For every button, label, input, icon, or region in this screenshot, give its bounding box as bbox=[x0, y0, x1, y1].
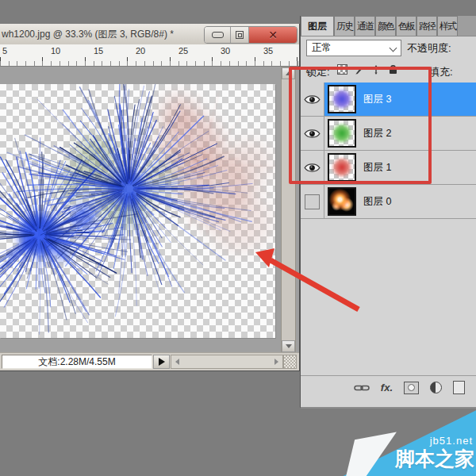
eye-icon bbox=[304, 162, 321, 174]
adjustment-layer-icon[interactable] bbox=[430, 382, 442, 393]
visibility-toggle[interactable] bbox=[301, 117, 324, 150]
layer-list: 图层 3 图层 2 图层 1 bbox=[301, 83, 476, 219]
layer-name[interactable]: 图层 1 bbox=[363, 161, 391, 175]
layer-row-2[interactable]: 图层 2 bbox=[301, 117, 476, 151]
layer-style-fx-icon[interactable]: fx. bbox=[381, 382, 393, 393]
status-menu-button[interactable] bbox=[153, 355, 170, 369]
ruler-tick-label: 30 bbox=[221, 46, 230, 56]
scroll-up-icon[interactable] bbox=[282, 67, 295, 79]
document-window: wh1200.jpg @ 33.3% (图层 3, RGB/8#) * ✕ 5 … bbox=[0, 24, 300, 371]
document-title: wh1200.jpg @ 33.3% (图层 3, RGB/8#) * bbox=[0, 28, 174, 41]
minimize-icon bbox=[212, 32, 224, 38]
document-titlebar[interactable]: wh1200.jpg @ 33.3% (图层 3, RGB/8#) * ✕ bbox=[0, 24, 299, 45]
window-controls: ✕ bbox=[204, 26, 298, 44]
tab-history[interactable]: 历史 bbox=[334, 16, 355, 36]
document-statusbar: 文档:2.28M/4.55M bbox=[0, 352, 299, 370]
visibility-toggle[interactable] bbox=[301, 83, 324, 116]
layer-thumbnail[interactable] bbox=[328, 85, 356, 113]
eye-icon bbox=[304, 94, 321, 106]
layer-thumbnail[interactable] bbox=[328, 119, 356, 148]
lock-label: 锁定: bbox=[306, 65, 330, 79]
blend-mode-row: 正常 不透明度: bbox=[301, 38, 476, 60]
close-icon: ✕ bbox=[268, 29, 278, 40]
ruler-tick-label: 25 bbox=[178, 46, 188, 56]
tab-styles[interactable]: 样式 bbox=[437, 16, 458, 36]
lock-all-icon[interactable] bbox=[388, 64, 398, 75]
ruler-tick-label: 20 bbox=[136, 46, 145, 56]
blend-mode-select[interactable]: 正常 bbox=[306, 40, 401, 56]
lock-paint-icon[interactable] bbox=[355, 65, 364, 75]
watermark-url: jb51.net bbox=[430, 435, 473, 447]
scroll-right-icon[interactable] bbox=[271, 355, 282, 368]
restore-icon bbox=[236, 31, 244, 39]
vertical-scrollbar[interactable] bbox=[281, 67, 296, 353]
layers-panel: 图层 历史 通道 颜色 色板 路径 样式 正常 不透明度: 锁定: 填充: bbox=[300, 16, 476, 409]
minimize-button[interactable] bbox=[205, 27, 231, 43]
blend-mode-value: 正常 bbox=[312, 41, 332, 55]
panel-tabbar: 图层 历史 通道 颜色 色板 路径 样式 bbox=[301, 16, 476, 36]
layer-mask-icon[interactable] bbox=[404, 382, 419, 394]
scroll-left-icon[interactable] bbox=[171, 355, 183, 368]
canvas-viewport[interactable] bbox=[0, 67, 299, 353]
tab-paths[interactable]: 路径 bbox=[416, 16, 437, 36]
watermark-sitename: 脚本之家 bbox=[395, 446, 474, 472]
restore-button[interactable] bbox=[231, 27, 249, 43]
ruler-tick-label: 15 bbox=[94, 46, 103, 56]
layer-row-1[interactable]: 图层 1 bbox=[301, 151, 476, 185]
document-size-field: 文档:2.28M/4.55M bbox=[2, 355, 152, 369]
tab-channels[interactable]: 通道 bbox=[355, 16, 375, 36]
play-triangle-icon bbox=[159, 358, 165, 366]
visibility-toggle[interactable] bbox=[301, 185, 324, 218]
opacity-label: 不透明度: bbox=[407, 41, 451, 56]
layer-row-3[interactable]: 图层 3 bbox=[301, 83, 476, 117]
scroll-down-icon[interactable] bbox=[282, 340, 295, 352]
fill-label: 填充: bbox=[429, 65, 453, 79]
canvas-image-area[interactable] bbox=[0, 84, 275, 338]
lock-position-icon[interactable] bbox=[371, 65, 381, 75]
horizontal-scrollbar[interactable] bbox=[171, 355, 283, 369]
hidden-eye-well bbox=[305, 194, 320, 209]
fireworks-artwork bbox=[0, 84, 275, 338]
resize-grip[interactable] bbox=[283, 355, 297, 369]
ruler-tick-label: 35 bbox=[263, 46, 273, 56]
tab-swatches[interactable]: 色板 bbox=[396, 16, 416, 36]
layer-name[interactable]: 图层 2 bbox=[363, 127, 391, 140]
panel-bottom-bar: fx. bbox=[301, 375, 476, 399]
eye-icon bbox=[304, 128, 321, 140]
ruler-tick-label: 5 bbox=[2, 46, 7, 56]
visibility-toggle[interactable] bbox=[301, 151, 324, 184]
lock-row: 锁定: 填充: bbox=[301, 62, 476, 83]
layer-thumbnail[interactable] bbox=[328, 153, 356, 182]
horizontal-ruler: 5 10 15 20 25 30 35 bbox=[0, 44, 299, 67]
close-button[interactable]: ✕ bbox=[249, 27, 297, 43]
link-layers-icon[interactable] bbox=[354, 384, 370, 392]
lock-transparency-icon[interactable] bbox=[337, 64, 347, 75]
tab-color[interactable]: 颜色 bbox=[375, 16, 396, 36]
ruler-tick-label: 10 bbox=[51, 46, 60, 56]
layer-name[interactable]: 图层 0 bbox=[363, 195, 391, 209]
new-layer-icon[interactable] bbox=[453, 381, 465, 394]
chevron-down-icon bbox=[390, 44, 397, 52]
layer-name[interactable]: 图层 3 bbox=[363, 93, 391, 106]
layer-row-0[interactable]: 图层 0 bbox=[301, 185, 476, 219]
layer-thumbnail[interactable] bbox=[328, 187, 356, 216]
tab-layers[interactable]: 图层 bbox=[301, 16, 334, 36]
site-watermark: jb51.net 脚本之家 bbox=[332, 406, 476, 476]
